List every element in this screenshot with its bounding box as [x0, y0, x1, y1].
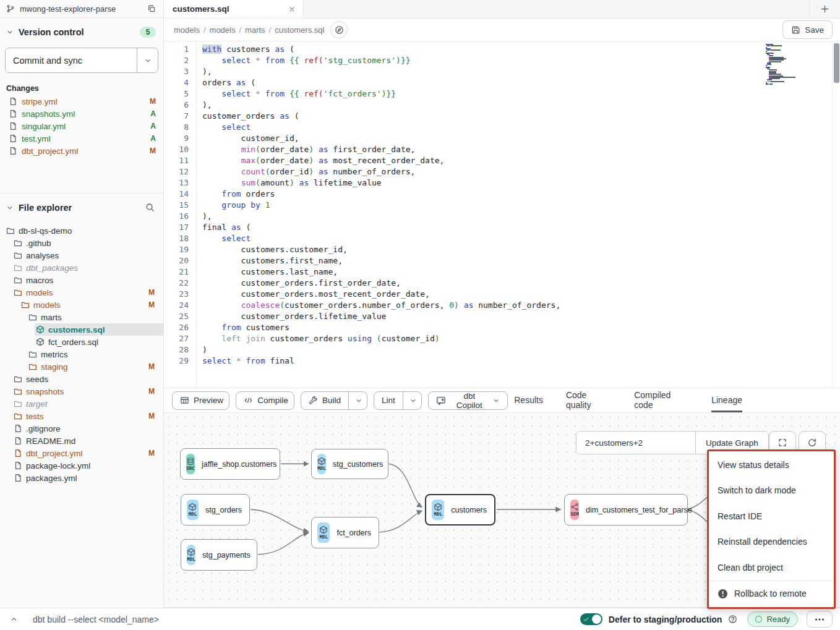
more-options-button[interactable] [807, 611, 833, 628]
save-button[interactable]: Save [782, 20, 833, 39]
preview-button[interactable]: Preview [173, 392, 229, 409]
tree-item-README.md[interactable]: README.md [0, 435, 163, 447]
tab-results[interactable]: Results [514, 388, 543, 412]
build-button[interactable]: Build [301, 392, 348, 409]
commit-and-sync-button[interactable]: Commit and sync [6, 48, 137, 72]
code-line[interactable]: customers.first_name, [202, 255, 840, 266]
menu-item-restart-ide[interactable]: Restart IDE [709, 503, 834, 529]
tree-item-target[interactable]: target [0, 398, 163, 410]
breadcrumb-item[interactable]: customers.sql [275, 25, 324, 35]
scrollbar-thumb[interactable] [834, 43, 839, 83]
code-line[interactable]: ) [202, 344, 840, 355]
code-line[interactable]: group by 1 [202, 200, 840, 211]
code-line[interactable]: select * from final [202, 355, 840, 367]
build-options-button[interactable] [348, 392, 367, 409]
breadcrumb-item[interactable]: models [174, 25, 200, 35]
file-search-button[interactable] [144, 202, 156, 213]
lineage-node-stg_orders[interactable]: MDLstg_orders [181, 494, 250, 526]
open-in-explorer-button[interactable] [330, 21, 348, 38]
code-line[interactable]: customer_id, [202, 133, 840, 144]
close-tab-button[interactable] [287, 4, 297, 14]
tree-item-seeds[interactable]: seeds [0, 373, 163, 385]
tree-item-dbt_project.yml[interactable]: dbt_project.ymlM [0, 447, 163, 459]
compile-button[interactable]: Compile [236, 392, 294, 409]
tree-item-customers.sql[interactable]: customers.sql [0, 323, 163, 336]
tree-item-marts[interactable]: marts [0, 311, 163, 323]
code-line[interactable]: max(order_date) as most_recent_order_dat… [202, 155, 840, 166]
copy-branch-button[interactable] [146, 3, 157, 14]
code-line[interactable]: left join customer_orders using (custome… [202, 333, 840, 344]
expand-console-button[interactable] [9, 614, 19, 624]
tree-item-metrics[interactable]: metrics [0, 348, 163, 360]
code-line[interactable]: from customers [202, 322, 840, 333]
code-line[interactable]: ), [202, 100, 840, 111]
code-line[interactable]: orders as ( [202, 77, 840, 88]
code-line[interactable]: customer_orders.most_recent_order_date, [202, 289, 840, 300]
code-line[interactable]: customer_orders.lifetime_value [202, 311, 840, 322]
code-line[interactable]: select [202, 122, 840, 133]
tab-code-quality[interactable]: Code quality [566, 388, 611, 412]
file-explorer-header[interactable]: File explorer [0, 194, 163, 219]
tree-item-analyses[interactable]: analyses [0, 249, 163, 262]
code-line[interactable]: count(order_id) as number_of_orders, [202, 166, 840, 177]
menu-item-clean-dbt-project[interactable]: Clean dbt project [709, 555, 834, 581]
tab-customers-sql[interactable]: customers.sql [164, 0, 304, 18]
lint-options-button[interactable] [403, 392, 422, 409]
tab-lineage[interactable]: Lineage [711, 388, 742, 412]
tree-item-models[interactable]: modelsM [0, 299, 163, 311]
code-line[interactable]: customer_orders.first_order_date, [202, 278, 840, 289]
editor-scrollbar[interactable] [832, 41, 840, 388]
menu-item-rollback-to-remote[interactable]: Rollback to remote [709, 581, 834, 607]
code-line[interactable]: with customers as ( [202, 44, 840, 55]
code-line[interactable]: select * from {{ ref('fct_orders')}} [202, 88, 840, 100]
code-line[interactable]: ), [202, 66, 840, 77]
tree-item-tests[interactable]: testsM [0, 410, 163, 422]
tree-item-dbt_packages[interactable]: dbt_packages [0, 262, 163, 274]
code-line[interactable]: coalesce(customer_orders.number_of_order… [202, 300, 840, 311]
changed-file-row[interactable]: test.yml A [0, 132, 163, 145]
code-line[interactable]: from orders [202, 189, 840, 200]
code-line[interactable]: final as ( [202, 222, 840, 233]
changed-file-row[interactable]: snapshots.yml A [0, 108, 163, 120]
minimap[interactable] [766, 44, 802, 85]
code-editor[interactable]: 1234567891011121314151617181920212223242… [164, 41, 840, 388]
tree-item-macros[interactable]: macros [0, 274, 163, 286]
tree-item-models[interactable]: modelsM [0, 286, 163, 299]
code-line[interactable]: customers.last_name, [202, 266, 840, 278]
tree-item-fct_orders.sql[interactable]: fct_orders.sql [0, 336, 163, 348]
menu-item-switch-to-dark-mode[interactable]: Switch to dark mode [709, 478, 834, 504]
tree-item-.github[interactable]: .github [0, 237, 163, 249]
tree-item-snapshots[interactable]: snapshotsM [0, 385, 163, 398]
lint-button[interactable]: Lint [374, 392, 403, 409]
dbt-command-input[interactable] [33, 615, 580, 624]
code-line[interactable]: sum(amount) as lifetime_value [202, 177, 840, 189]
ide-status-button[interactable]: Ready [747, 611, 798, 627]
dbt-copilot-button[interactable]: dbt Copilot [429, 392, 507, 409]
code-line[interactable]: customers.customer_id, [202, 244, 840, 255]
tab-compiled-code[interactable]: Compiled code [634, 388, 688, 412]
code-line[interactable]: ), [202, 211, 840, 222]
code-line[interactable]: customer_orders as ( [202, 111, 840, 122]
lineage-node-jaffle_shop.customers[interactable]: SRCjaffle_shop.customers [180, 448, 280, 480]
tree-item-.gitignore[interactable]: .gitignore [0, 422, 163, 435]
lineage-node-dim_customers_test_for_parse[interactable]: SEMdim_customers_test_for_parse [564, 494, 688, 526]
breadcrumb-item[interactable]: marts [245, 25, 265, 35]
lineage-node-stg_customers[interactable]: MDLstg_customers [311, 449, 388, 479]
code-line[interactable]: select * from {{ ref('stg_customers')}} [202, 55, 840, 66]
code-line[interactable]: select [202, 233, 840, 244]
lineage-node-customers[interactable]: MDLcustomers [425, 494, 495, 526]
changed-file-row[interactable]: dbt_project.yml M [0, 145, 163, 157]
tree-item-package-lock.yml[interactable]: package-lock.yml [0, 459, 163, 472]
tree-item-staging[interactable]: stagingM [0, 360, 163, 373]
tree-item-packages.yml[interactable]: packages.yml [0, 472, 163, 484]
commit-options-button[interactable] [137, 48, 158, 72]
lineage-node-stg_payments[interactable]: MDLstg_payments [181, 539, 257, 571]
lineage-node-fct_orders[interactable]: MDLfct_orders [311, 517, 379, 548]
new-tab-button[interactable] [809, 0, 840, 18]
changed-file-row[interactable]: stripe.yml M [0, 95, 163, 108]
lineage-search-input[interactable] [576, 432, 695, 454]
menu-item-view-status-details[interactable]: View status details [709, 452, 834, 478]
defer-toggle[interactable] [580, 613, 602, 625]
tree-item-db-sl-qs-demo[interactable]: db-sl-qs-demo [0, 224, 163, 237]
version-control-header[interactable]: Version control 5 [0, 18, 163, 43]
